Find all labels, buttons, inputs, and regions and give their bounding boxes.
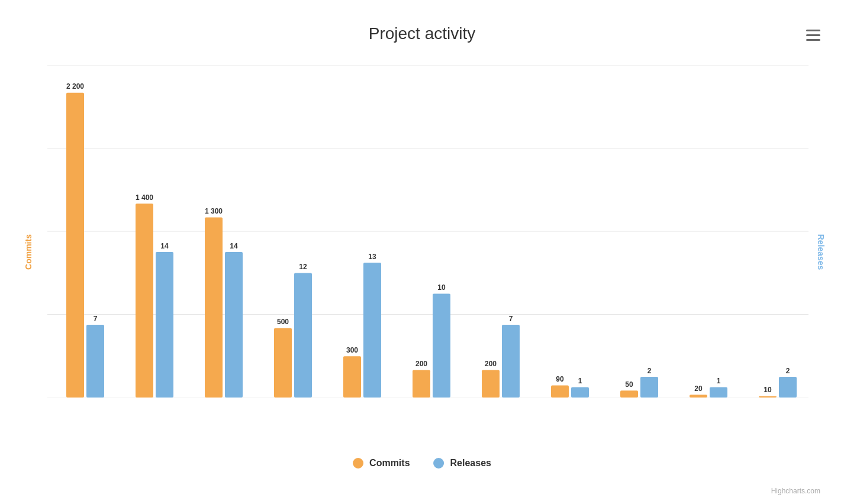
svg-text:2 200: 2 200 <box>66 82 84 91</box>
hamburger-menu-icon[interactable] <box>806 30 820 41</box>
svg-text:7: 7 <box>509 315 513 323</box>
svg-rect-37 <box>363 263 381 398</box>
svg-rect-50 <box>551 385 569 398</box>
svg-text:20: 20 <box>694 385 703 393</box>
svg-text:50: 50 <box>625 380 633 389</box>
svg-text:200: 200 <box>485 360 497 368</box>
svg-rect-60 <box>690 395 707 398</box>
svg-rect-20 <box>136 203 153 398</box>
svg-text:1 400: 1 400 <box>136 193 153 202</box>
legend: Commits Releases <box>353 458 491 469</box>
svg-rect-65 <box>759 396 777 398</box>
svg-text:300: 300 <box>346 346 358 354</box>
svg-text:1 300: 1 300 <box>205 207 223 215</box>
svg-rect-45 <box>482 370 500 398</box>
svg-text:90: 90 <box>556 375 564 383</box>
svg-rect-22 <box>156 252 173 398</box>
svg-rect-55 <box>620 390 638 398</box>
svg-text:2: 2 <box>786 367 790 375</box>
svg-text:7: 7 <box>94 315 98 323</box>
svg-rect-62 <box>710 387 727 398</box>
svg-rect-27 <box>225 252 243 398</box>
svg-rect-30 <box>274 328 292 398</box>
svg-text:500: 500 <box>277 318 289 326</box>
legend-releases-label: Releases <box>450 458 491 469</box>
svg-rect-35 <box>343 356 361 398</box>
legend-commits-label: Commits <box>369 458 410 469</box>
svg-text:12: 12 <box>299 263 307 271</box>
y-axis-right-label: Releases <box>817 234 826 270</box>
legend-commits: Commits <box>353 458 410 469</box>
svg-text:1: 1 <box>717 377 721 385</box>
svg-rect-52 <box>571 387 589 398</box>
legend-releases-dot <box>434 458 444 469</box>
svg-rect-32 <box>294 273 312 398</box>
svg-rect-47 <box>502 325 520 398</box>
svg-text:1: 1 <box>578 377 582 385</box>
svg-text:10: 10 <box>437 283 446 292</box>
svg-rect-25 <box>205 218 223 398</box>
svg-rect-15 <box>66 93 84 398</box>
main-chart: 0 600 1200 1800 2400 0 8 16 24 32 2 200 … <box>47 65 808 398</box>
svg-rect-42 <box>433 293 450 398</box>
svg-rect-40 <box>413 370 430 398</box>
watermark: Highcharts.com <box>771 487 820 495</box>
svg-rect-57 <box>640 377 658 398</box>
legend-commits-dot <box>353 458 363 469</box>
svg-rect-67 <box>779 377 797 398</box>
chart-container: Project activity Commits Releases 0 600 … <box>0 0 844 504</box>
y-axis-left-label: Commits <box>24 234 33 270</box>
svg-text:14: 14 <box>230 242 238 250</box>
svg-text:200: 200 <box>415 360 427 368</box>
svg-text:10: 10 <box>764 386 772 394</box>
chart-title: Project activity <box>0 24 844 43</box>
svg-text:2: 2 <box>648 367 652 375</box>
svg-rect-17 <box>86 325 104 398</box>
legend-releases: Releases <box>434 458 491 469</box>
svg-text:14: 14 <box>160 242 169 250</box>
svg-text:13: 13 <box>368 253 376 261</box>
